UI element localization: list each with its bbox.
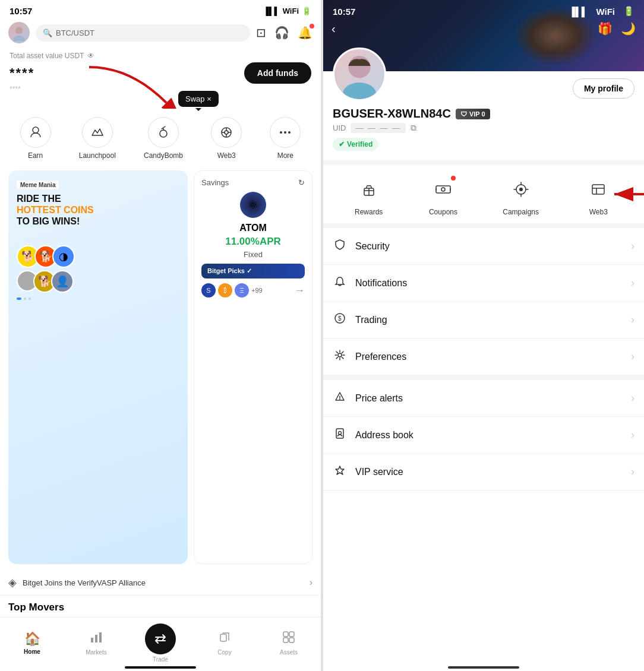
profile-avatar[interactable] (333, 48, 386, 101)
moon-icon[interactable]: 🌙 (621, 21, 636, 36)
action-launchpool[interactable]: Launchpool (79, 117, 116, 160)
svg-point-3 (33, 127, 39, 133)
picks-coins: S ₿ Ξ +99 → (201, 283, 305, 297)
right-wifi-icon: WiFi (596, 7, 615, 17)
svg-rect-12 (99, 632, 102, 642)
shield-icon: 🛡 (460, 110, 467, 118)
rewards-item[interactable]: Rewards (354, 175, 384, 216)
action-web3[interactable]: Web3 (211, 117, 242, 160)
savings-type: Fixed (201, 250, 305, 259)
rewards-icon-box (354, 175, 384, 204)
menu-preferences[interactable]: Preferences › (323, 338, 644, 375)
search-bar[interactable]: 🔍 BTC/USDT (36, 24, 250, 42)
more-icon (270, 117, 301, 148)
scan-icon[interactable]: ⊡ (256, 26, 266, 40)
menu-address-book[interactable]: Address book › (323, 417, 644, 454)
right-panel: 10:57 ▐▌▌ WiFi 🔋 ‹ 🎁 🌙 (323, 0, 644, 671)
vip-service-label: VIP service (355, 467, 623, 477)
campaigns-icon-box (506, 175, 536, 204)
menu-trading[interactable]: $ Trading › (323, 302, 644, 338)
notifications-arrow: › (631, 277, 634, 289)
check-icon: ✔ (339, 140, 345, 148)
savings-apr: 11.00%APR (201, 236, 305, 248)
signal-icon: ▐▌▌ (263, 7, 280, 15)
uid-copy-icon[interactable]: ⧉ (411, 123, 416, 133)
my-profile-button[interactable]: My profile (573, 78, 634, 99)
price-alerts-icon (333, 391, 347, 406)
bitget-picks-banner[interactable]: Bitget Picks ✓ (201, 264, 305, 278)
svg-rect-11 (95, 635, 97, 642)
right-home-indicator (448, 666, 519, 669)
atom-icon: ⚛ (240, 192, 266, 218)
status-bar: 10:57 ▐▌▌ WiFi 🔋 (0, 0, 321, 18)
notifications-label: Notifications (355, 278, 623, 289)
svg-rect-14 (283, 632, 288, 637)
header-icons: ⊡ 🎧 🔔 (256, 26, 312, 40)
wifi-icon: WiFi (283, 7, 299, 15)
web3-label: Web3 (217, 151, 236, 160)
coupons-item[interactable]: Coupons (428, 175, 458, 216)
menu-notifications[interactable]: Notifications › (323, 265, 644, 302)
rewards-label: Rewards (355, 208, 383, 216)
nav-home[interactable]: 🏠 Home (14, 631, 50, 655)
trade-label: Trade (153, 656, 168, 663)
trade-button[interactable] (145, 623, 176, 654)
assets-icon (282, 631, 295, 647)
back-button[interactable]: ‹ (332, 22, 336, 36)
battery-icon: 🔋 (302, 7, 311, 15)
blue-coin: ◑ (52, 245, 75, 268)
nav-markets[interactable]: Markets (78, 631, 114, 656)
svg-point-8 (284, 131, 286, 134)
candybomb-label: CandyBomb (144, 151, 183, 160)
security-label: Security (355, 241, 623, 252)
nav-trade[interactable]: Trade (143, 623, 178, 663)
red-arrow (83, 61, 178, 109)
notif-badge (310, 24, 314, 29)
menu-security[interactable]: Security › (323, 228, 644, 265)
uid-label: UID (333, 124, 346, 132)
nav-assets[interactable]: Assets (271, 631, 307, 656)
cards-row: Meme Mania RIDE THE HOTTEST COINS TO BIG… (0, 164, 321, 570)
gift-icon[interactable]: 🎁 (598, 21, 613, 36)
svg-point-9 (288, 131, 291, 134)
meme-title: RIDE THE HOTTEST COINS TO BIG WINS! (17, 193, 179, 227)
uid-value: — — — — (351, 123, 406, 133)
action-earn[interactable]: Earn (20, 117, 51, 160)
bitget-picks-label: Bitget Picks ✓ (207, 267, 252, 275)
bottom-nav: 🏠 Home Markets Trade Copy Assets (0, 617, 321, 671)
headset-icon[interactable]: 🎧 (274, 26, 289, 40)
profile-section: My profile BGUSER-X8WLN84C 🛡 VIP 0 UID —… (323, 71, 644, 160)
meme-card[interactable]: Meme Mania RIDE THE HOTTEST COINS TO BIG… (8, 170, 188, 564)
home-icon: 🏠 (24, 631, 40, 647)
refresh-icon[interactable]: ↻ (298, 178, 305, 187)
right-time: 10:57 (333, 7, 355, 17)
add-funds-button[interactable]: Add funds (244, 62, 311, 84)
menu-vip-service[interactable]: VIP service › (323, 454, 644, 490)
security-arrow: › (631, 240, 634, 252)
savings-card[interactable]: Savings ↻ ⚛ ATOM 11.00%APR Fixed Bitget … (194, 170, 312, 564)
security-icon (333, 239, 347, 254)
menu-price-alerts[interactable]: Price alerts › (323, 380, 644, 417)
svg-point-31 (339, 432, 342, 435)
right-status-bar: 10:57 ▐▌▌ WiFi 🔋 (323, 0, 644, 19)
swap-tooltip[interactable]: Swap × (178, 91, 219, 107)
avatar[interactable] (8, 22, 30, 43)
nav-copy[interactable]: Copy (207, 631, 242, 656)
svg-point-4 (160, 130, 167, 137)
svg-rect-17 (289, 638, 294, 642)
notification-icon[interactable]: 🔔 (298, 26, 312, 40)
coupons-label: Coupons (429, 208, 457, 216)
action-candybomb[interactable]: CandyBomb (144, 117, 183, 160)
action-more[interactable]: More (270, 117, 301, 160)
campaigns-item[interactable]: Campaigns (503, 175, 539, 216)
coin-row-2: 🐕 👤 (17, 270, 179, 293)
svg-point-7 (280, 131, 282, 134)
eye-icon[interactable]: 👁 (87, 52, 94, 60)
picks-arrow[interactable]: → (294, 284, 305, 297)
savings-coin: ATOM (201, 223, 305, 233)
right-top-icons: 🎁 🌙 (598, 21, 636, 36)
news-item[interactable]: ◈ Bitget Joins the VerifyVASP Alliance › (0, 570, 321, 596)
home-indicator (125, 666, 196, 669)
address-book-icon (333, 428, 347, 442)
savings-label: Savings (201, 178, 229, 187)
